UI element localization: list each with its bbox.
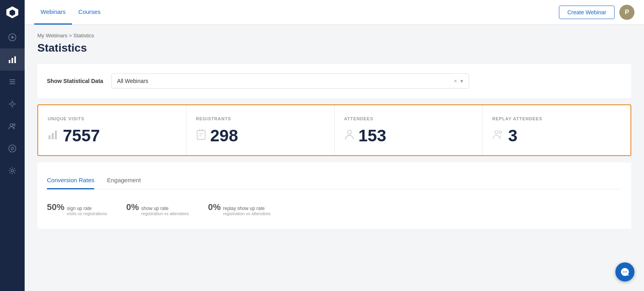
breadcrumb: My Webinars > Statistics: [37, 33, 631, 39]
sidebar-item-contacts[interactable]: [0, 115, 25, 137]
conversion-showup-rate: 0% show up rate registration vs attendee…: [126, 202, 189, 216]
top-navigation: Webinars Courses Create Webinar P: [25, 0, 644, 25]
user-avatar[interactable]: P: [619, 5, 634, 20]
svg-point-19: [11, 170, 14, 172]
svg-point-30: [625, 272, 625, 272]
signup-rate-title: sign up rate: [67, 206, 107, 211]
stat-attendees-value-row: 153: [344, 127, 473, 144]
replay-showup-rate-title: replay show up rate: [223, 206, 271, 211]
breadcrumb-current: Statistics: [73, 33, 94, 39]
svg-point-15: [10, 124, 13, 127]
showup-rate-subtitle: registration vs attendees: [141, 211, 189, 216]
stat-unique-visits: UNIQUE VISITS 7557: [38, 105, 186, 155]
svg-rect-20: [48, 135, 50, 139]
stats-box: UNIQUE VISITS 7557 REGISTRANT: [37, 104, 631, 156]
svg-point-16: [14, 124, 16, 126]
sidebar: [0, 0, 25, 291]
stat-registrants-label: REGISTRANTS: [196, 116, 325, 121]
filter-card: Show Statistical Data All Webinars × ▾: [37, 64, 631, 98]
svg-rect-22: [55, 131, 57, 139]
signup-rate-value: 50%: [47, 202, 64, 212]
sidebar-item-integrations[interactable]: [0, 93, 25, 115]
main-content: Webinars Courses Create Webinar P My Web…: [25, 0, 644, 291]
clipboard-icon: [196, 129, 206, 143]
sidebar-item-chart[interactable]: [0, 48, 25, 71]
svg-point-18: [11, 147, 14, 150]
stat-attendees: ATTENDEES 153: [335, 105, 483, 155]
svg-rect-4: [9, 60, 10, 63]
replay-showup-rate-subtitle: registration vs attendees: [223, 211, 271, 216]
nav-actions: Create Webinar P: [559, 0, 634, 24]
person-icon: [344, 129, 355, 143]
svg-rect-21: [52, 133, 54, 139]
breadcrumb-parent: My Webinars: [37, 33, 68, 39]
stat-unique-visits-value-row: 7557: [48, 127, 177, 144]
page-content: My Webinars > Statistics Statistics Show…: [25, 25, 644, 291]
tab-conversion-rates[interactable]: Conversion Rates: [47, 172, 94, 189]
replay-showup-rate-value: 0%: [208, 202, 221, 212]
stat-replay-attendees-value-row: 3: [492, 127, 621, 144]
svg-point-17: [9, 145, 16, 152]
showup-rate-title: show up rate: [141, 206, 189, 211]
conversion-replay-showup-rate: 0% replay show up rate registration vs a…: [208, 202, 271, 216]
filter-select-value: All Webinars: [117, 78, 148, 84]
persons-icon: [492, 129, 504, 143]
sidebar-item-circle-settings[interactable]: [0, 137, 25, 160]
filter-row: Show Statistical Data All Webinars × ▾: [47, 73, 622, 89]
tab-engagement[interactable]: Engagement: [107, 172, 141, 189]
sidebar-item-settings[interactable]: [0, 160, 25, 182]
svg-point-10: [11, 102, 14, 106]
filter-clear-icon[interactable]: ×: [454, 78, 457, 84]
nav-tabs: Webinars Courses: [34, 0, 107, 24]
create-webinar-button[interactable]: Create Webinar: [559, 6, 615, 19]
conversion-card: Conversion Rates Engagement 50% sign up …: [37, 162, 631, 229]
sidebar-item-list[interactable]: [0, 71, 25, 93]
chat-button[interactable]: [615, 262, 634, 281]
conversion-row: 50% sign up rate visits vs registrations…: [47, 199, 622, 219]
stat-replay-attendees: REPLAY ATTENDEES 3: [483, 105, 630, 155]
stat-unique-visits-number: 7557: [63, 127, 100, 144]
replay-showup-rate-desc: replay show up rate registration vs atte…: [223, 206, 271, 216]
tab-courses[interactable]: Courses: [72, 0, 107, 25]
svg-rect-5: [12, 58, 13, 63]
stat-attendees-label: ATTENDEES: [344, 116, 473, 121]
svg-rect-23: [197, 131, 205, 139]
svg-point-31: [626, 272, 627, 272]
page-title: Statistics: [37, 42, 631, 54]
sidebar-item-play[interactable]: [0, 26, 25, 48]
conversion-signup-rate: 50% sign up rate visits vs registrations: [47, 202, 107, 216]
signup-rate-desc: sign up rate visits vs registrations: [67, 206, 107, 216]
sidebar-logo: [0, 0, 25, 25]
stat-registrants-value-row: 298: [196, 127, 325, 144]
breadcrumb-separator: >: [69, 33, 72, 39]
stat-registrants-number: 298: [210, 127, 238, 144]
svg-point-28: [499, 131, 502, 133]
tab-webinars[interactable]: Webinars: [34, 0, 72, 25]
filter-label: Show Statistical Data: [47, 78, 103, 84]
svg-point-26: [347, 130, 351, 134]
svg-marker-3: [12, 36, 14, 39]
showup-rate-desc: show up rate registration vs attendees: [141, 206, 189, 216]
section-tabs: Conversion Rates Engagement: [47, 172, 622, 189]
svg-point-29: [623, 272, 624, 272]
filter-select-controls: × ▾: [454, 78, 463, 84]
svg-point-27: [495, 131, 498, 134]
stat-attendees-number: 153: [359, 127, 386, 144]
signup-rate-subtitle: visits vs registrations: [67, 211, 107, 216]
filter-dropdown-icon[interactable]: ▾: [460, 78, 463, 84]
bar-chart-icon: [48, 129, 59, 143]
stat-unique-visits-label: UNIQUE VISITS: [48, 116, 177, 121]
stat-replay-attendees-number: 3: [508, 127, 517, 144]
svg-rect-6: [14, 56, 16, 63]
stat-registrants: REGISTRANTS 298: [186, 105, 335, 155]
stat-replay-attendees-label: REPLAY ATTENDEES: [492, 116, 621, 121]
showup-rate-value: 0%: [126, 202, 139, 212]
filter-select-dropdown[interactable]: All Webinars × ▾: [111, 73, 469, 89]
